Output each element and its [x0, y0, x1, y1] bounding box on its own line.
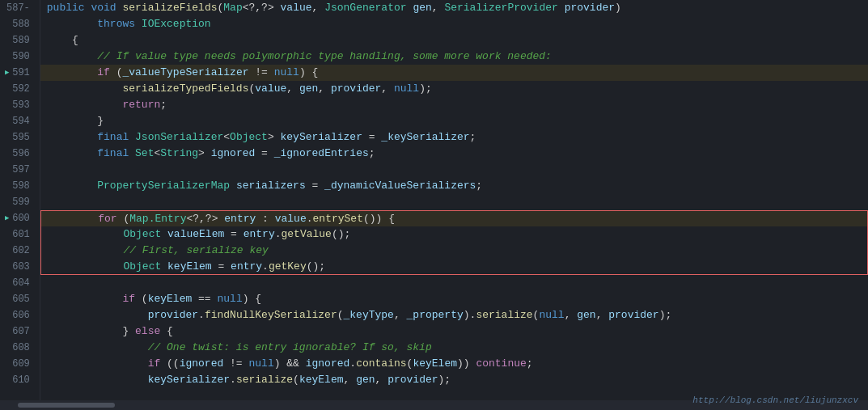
- line-numbers: 587- 588 589 590 591 592 593 594 595 596…: [0, 0, 40, 400]
- ln-600: 600: [6, 210, 33, 226]
- ln-587: 587-: [6, 0, 33, 16]
- code-line-604: [40, 275, 868, 291]
- ln-599: 599: [6, 194, 33, 210]
- code-line-598: PropertySerializerMap serializers = _dyn…: [40, 178, 868, 194]
- ln-610: 610: [6, 372, 33, 388]
- code-area: 587- 588 589 590 591 592 593 594 595 596…: [0, 0, 868, 400]
- ln-609: 609: [6, 356, 33, 372]
- code-line-610: keySerializer.serialize(keyElem, gen, pr…: [40, 372, 868, 388]
- code-line-600: for (Map.Entry<?,?> entry : value.entryS…: [40, 210, 868, 226]
- code-line-590: // If value type needs polymorphic type …: [40, 49, 868, 65]
- code-lines: public void serializeFields(Map<?,?> val…: [40, 0, 868, 400]
- code-line-596: final Set<String> ignored = _ignoredEntr…: [40, 146, 868, 162]
- code-line-593: return;: [40, 97, 868, 113]
- code-line-607: } else {: [40, 323, 868, 340]
- ln-604: 604: [6, 275, 33, 291]
- code-line-592: serializeTypedFields(value, gen, provide…: [40, 81, 868, 97]
- ln-602: 602: [6, 243, 33, 259]
- code-line-608: // One twist: is entry ignorable? If so,…: [40, 340, 868, 356]
- ln-596: 596: [6, 146, 33, 162]
- code-line-589: {: [40, 32, 868, 49]
- code-line-603: Object keyElem = entry.getKey();: [40, 259, 868, 275]
- code-line-602: // First, serialize key: [40, 243, 868, 259]
- ln-592: 592: [6, 81, 33, 97]
- code-line-587: public void serializeFields(Map<?,?> val…: [40, 0, 868, 16]
- ln-591: 591: [6, 65, 33, 81]
- code-line-606: provider.findNullKeySerializer(_keyType,…: [40, 307, 868, 323]
- ln-606: 606: [6, 307, 33, 323]
- code-line-597: [40, 162, 868, 178]
- code-line-588: throws IOException: [40, 16, 868, 32]
- ln-597: 597: [6, 162, 33, 178]
- code-line-601: Object valueElem = entry.getValue();: [40, 226, 868, 243]
- ln-588: 588: [6, 16, 33, 32]
- code-line-609: if ((ignored != null) && ignored.contain…: [40, 356, 868, 372]
- ln-601: 601: [6, 226, 33, 243]
- code-line-605: if (keyElem == null) {: [40, 291, 868, 307]
- ln-594: 594: [6, 113, 33, 129]
- code-line-594: }: [40, 113, 868, 129]
- ln-607: 607: [6, 323, 33, 340]
- ln-590: 590: [6, 49, 33, 65]
- code-line-591: if (_valueTypeSerializer != null) {: [40, 65, 868, 81]
- ln-593: 593: [6, 97, 33, 113]
- ln-589: 589: [6, 32, 33, 49]
- scrollbar-thumb[interactable]: [18, 403, 115, 408]
- code-line-599: [40, 194, 868, 210]
- ln-608: 608: [6, 340, 33, 356]
- ln-605: 605: [6, 291, 33, 307]
- ln-603: 603: [6, 259, 33, 275]
- ln-598: 598: [6, 178, 33, 194]
- ln-595: 595: [6, 129, 33, 146]
- watermark: http://blog.csdn.net/liujunzxcv: [692, 395, 858, 405]
- code-line-595: final JsonSerializer<Object> keySerializ…: [40, 129, 868, 146]
- code-editor: 587- 588 589 590 591 592 593 594 595 596…: [0, 0, 868, 410]
